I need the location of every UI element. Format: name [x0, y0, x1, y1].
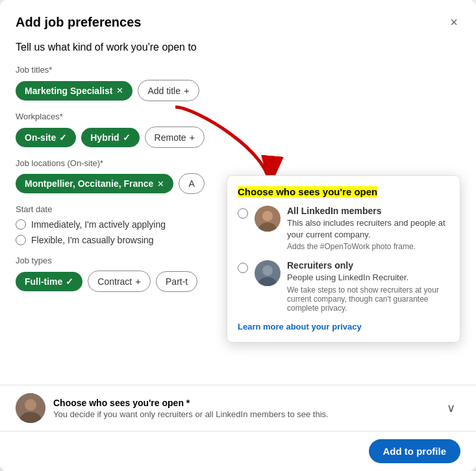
all-members-text: All LinkedIn members This also includes …: [287, 206, 449, 251]
subtitle: Tell us what kind of work you're open to: [16, 42, 460, 53]
all-members-desc: This also includes recruiters and people…: [287, 217, 449, 241]
recruiters-sub: We take steps to not show recruiters at …: [287, 285, 449, 313]
recruiters-text: Recruiters only People using LinkedIn Re…: [287, 260, 449, 312]
tag-text: Marketing Specialist: [25, 86, 112, 96]
tooltip-popup: Choose who sees you're open All LinkedIn…: [227, 175, 460, 343]
recruiters-radio[interactable]: [238, 263, 248, 273]
contract-tag[interactable]: Contract +: [88, 271, 151, 292]
modal: Add job preferences × Tell us what kind …: [0, 0, 476, 471]
plus-icon: +: [190, 132, 195, 143]
immediately-label: Immediately, I'm actively applying: [31, 219, 166, 230]
onsite-tag[interactable]: On-site ✓: [16, 128, 76, 147]
plus-icon: +: [135, 276, 141, 287]
svg-point-2: [262, 211, 273, 221]
chevron-down-button[interactable]: ∨: [442, 398, 460, 418]
workplaces-label: Workplaces*: [16, 112, 460, 121]
check-icon: ✓: [66, 276, 73, 287]
immediately-radio[interactable]: [16, 219, 26, 230]
fulltime-label: Full-time: [25, 276, 62, 287]
parttime-tag[interactable]: Part-t: [156, 271, 197, 292]
job-locations-label: Job locations (On-site)*: [16, 158, 460, 168]
contract-label: Contract: [97, 276, 132, 287]
workplaces-section: Workplaces* On-site ✓ Hybrid ✓ Remote +: [16, 112, 460, 148]
modal-title: Add job preferences: [16, 15, 141, 30]
workplaces-tags: On-site ✓ Hybrid ✓ Remote +: [16, 127, 460, 148]
privacy-link[interactable]: Learn more about your privacy: [238, 322, 449, 332]
modal-header: Add job preferences ×: [16, 13, 460, 31]
hybrid-tag[interactable]: Hybrid ✓: [81, 128, 139, 147]
who-sees-avatar: [16, 393, 45, 423]
marketing-specialist-tag[interactable]: Marketing Specialist ✕: [16, 81, 132, 101]
all-members-sub: Adds the #OpenToWork photo frame.: [287, 242, 449, 251]
svg-point-8: [25, 399, 36, 411]
all-members-radio[interactable]: [238, 208, 248, 219]
flexible-radio[interactable]: [16, 235, 26, 245]
tooltip-options: All LinkedIn members This also includes …: [238, 206, 449, 313]
check-icon: ✓: [123, 132, 131, 143]
fulltime-tag[interactable]: Full-time ✓: [16, 272, 82, 291]
recruiters-option: Recruiters only People using LinkedIn Re…: [238, 260, 449, 312]
add-title-label: Add title: [147, 86, 181, 96]
all-members-avatar: [255, 206, 281, 232]
job-titles-tags: Marketing Specialist ✕ Add title +: [16, 80, 460, 101]
flexible-label: Flexible, I'm casually browsing: [31, 235, 154, 245]
hybrid-label: Hybrid: [90, 132, 119, 143]
remote-label: Remote: [155, 132, 186, 143]
remove-tag-icon[interactable]: ✕: [116, 86, 123, 95]
location-text: Montpellier, Occitanie, France: [25, 178, 153, 189]
who-sees-text: Choose who sees you're open * You decide…: [53, 398, 434, 419]
remove-location-icon[interactable]: ✕: [157, 179, 164, 189]
add-title-tag[interactable]: Add title +: [138, 80, 199, 101]
all-members-option: All LinkedIn members This also includes …: [238, 206, 449, 251]
bottom-section: Choose who sees you're open * You decide…: [0, 385, 476, 471]
parttime-label: Part-t: [166, 276, 188, 287]
all-members-label: All LinkedIn members: [287, 206, 449, 216]
who-sees-desc: You decide if you want only recruiters o…: [53, 409, 434, 419]
close-button[interactable]: ×: [447, 13, 460, 31]
plus-icon: +: [184, 85, 190, 96]
recruiters-label: Recruiters only: [287, 260, 449, 271]
check-icon: ✓: [59, 132, 67, 143]
job-titles-section: Job titles* Marketing Specialist ✕ Add t…: [16, 65, 460, 101]
recruiters-desc: People using LinkedIn Recruiter.: [287, 272, 449, 284]
who-sees-title: Choose who sees you're open *: [53, 398, 434, 408]
footer-row: Add to profile: [0, 431, 476, 471]
onsite-label: On-site: [25, 132, 56, 143]
svg-point-5: [262, 265, 273, 276]
location-tag[interactable]: Montpellier, Occitanie, France ✕: [16, 174, 173, 193]
add-location-tag[interactable]: A: [179, 173, 204, 194]
add-to-profile-button[interactable]: Add to profile: [369, 439, 461, 463]
job-titles-label: Job titles*: [16, 65, 460, 75]
recruiters-avatar: [255, 260, 281, 286]
tooltip-title: Choose who sees you're open: [238, 186, 377, 197]
who-sees-row: Choose who sees you're open * You decide…: [0, 385, 476, 431]
add-location-label: A: [188, 178, 194, 189]
remote-tag[interactable]: Remote +: [145, 127, 205, 148]
